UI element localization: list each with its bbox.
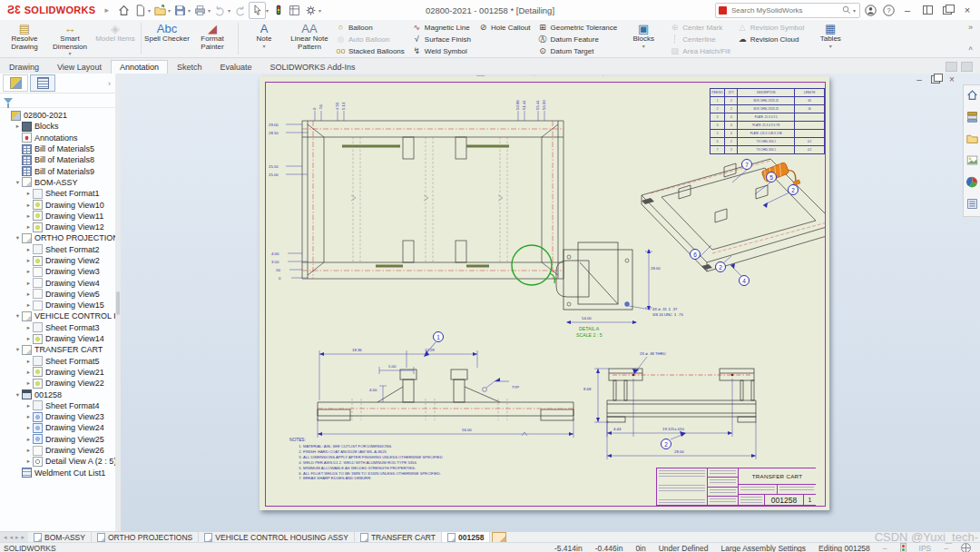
tab-solidworks-add-ins[interactable]: SOLIDWORKS Add-Ins <box>260 60 364 74</box>
tree-expand-icon[interactable]: ▾ <box>14 391 22 399</box>
tab-view-layout[interactable]: View Layout <box>48 60 111 74</box>
cut-list-row[interactable]: 62TS CHNL 3X4.14.2 <box>710 138 825 146</box>
notes-block[interactable]: NOTES: MATERIAL: A36, SEE CUTLIST FOR DI… <box>289 438 551 481</box>
divider-handle[interactable] <box>116 291 120 315</box>
minimize-button[interactable]: – <box>898 3 916 17</box>
open-dropdown-icon[interactable]: ▾ <box>168 7 171 14</box>
tree-item-sheet-format5[interactable]: ▸Sheet Format5 <box>0 356 115 367</box>
search-box[interactable]: ▾ <box>715 3 860 18</box>
linear-note-pattern-button[interactable]: AALinear Note Pattern <box>287 20 332 57</box>
tree-expand-icon[interactable]: ▾ <box>14 312 22 320</box>
tree-expand-icon[interactable]: ▸ <box>24 380 33 387</box>
dim-label[interactable]: 29.00 <box>269 123 279 127</box>
tree-item-weldment-cut-list1[interactable]: Weldment Cut List1 <box>0 468 115 478</box>
tree-expand-icon[interactable]: ▾ <box>14 234 22 242</box>
design-library-icon[interactable] <box>966 110 978 126</box>
property-manager-tab[interactable] <box>30 74 55 92</box>
tree-item-sheet-format2[interactable]: ▸Sheet Format2 <box>0 244 115 255</box>
cut-list-row[interactable]: 72TS CHNL 3X4.14.2 <box>710 146 825 154</box>
tab-annotation[interactable]: Annotation <box>111 60 168 74</box>
cut-list-row[interactable]: 22BOX CHNL 2X2X.2556 <box>710 105 825 113</box>
ribbon-collapse-icon[interactable]: ^ <box>968 45 972 54</box>
tab-sketch[interactable]: Sketch <box>168 60 211 74</box>
print-button[interactable] <box>192 3 208 18</box>
globe-icon[interactable] <box>961 543 971 552</box>
tree-item-bom-assy[interactable]: ▾BOM-ASSY <box>0 177 115 188</box>
dim-label-rotated[interactable]: 55.44 <box>536 100 541 110</box>
tree-filter-row[interactable] <box>0 94 115 108</box>
drawing-view-front[interactable] <box>318 342 573 438</box>
rebuild-status-icon[interactable] <box>900 543 906 552</box>
doc-restore-button[interactable] <box>927 74 944 85</box>
tree-expand-icon[interactable]: ▸ <box>24 291 33 298</box>
dim-label[interactable]: 25.00 <box>269 172 279 177</box>
dim-label[interactable]: 54.00 <box>582 316 592 320</box>
search-dropdown-icon[interactable]: ▾ <box>853 7 856 14</box>
dim-label[interactable]: 56.00 <box>462 428 472 432</box>
dim-label-rotated[interactable]: 0 <box>313 108 318 110</box>
dim-label[interactable]: 19.125±.010 <box>662 427 684 431</box>
dropdown-icon[interactable]: ▾ <box>68 51 71 56</box>
dim-label[interactable]: 4.44 <box>613 427 621 431</box>
tree-item-001258[interactable]: ▾001258 <box>0 389 115 399</box>
tree-item-drawing-view5[interactable]: ▸Drawing View5 <box>0 289 115 300</box>
file-explorer-icon[interactable] <box>966 132 978 148</box>
select-dropdown-icon[interactable]: ▾ <box>266 7 269 14</box>
tree-item-drawing-view22[interactable]: ▸Drawing View22 <box>0 378 115 389</box>
tree-item-ortho-projections[interactable]: ▾ORTHO PROJECTIONS <box>0 232 115 243</box>
tree-expand-icon[interactable]: ▸ <box>24 324 33 331</box>
tree-item-sheet-format3[interactable]: ▸Sheet Format3 <box>0 322 115 333</box>
dim-label[interactable]: 25.50 <box>269 164 279 169</box>
datum-target-button[interactable]: ⊙Datum Target <box>534 45 622 56</box>
drawing-view-side[interactable] <box>594 357 756 459</box>
tree-expand-icon[interactable]: ▸ <box>24 257 33 264</box>
tree-expand-icon[interactable]: ▸ <box>24 280 33 287</box>
dim-label-rotated[interactable]: 56.00 <box>543 100 547 110</box>
balloon-2[interactable]: 2 <box>788 184 799 195</box>
tree-item-annotations[interactable]: Annotations <box>0 133 115 143</box>
dim-label[interactable]: 17.29 <box>425 348 435 352</box>
balloon-button[interactable]: ○Balloon <box>332 22 408 33</box>
account-icon[interactable] <box>862 3 878 17</box>
dim-label-rotated[interactable]: 5.13 <box>342 103 347 110</box>
balloon-4[interactable]: 4 <box>739 275 750 286</box>
dim-label-rotated[interactable]: 50.88 <box>516 100 521 110</box>
tree-item-drawing-view23[interactable]: ▸Drawing View23 <box>0 411 115 422</box>
tree-expand-icon[interactable]: ▸ <box>24 358 33 365</box>
tree-expand-icon[interactable]: ▸ <box>24 301 33 309</box>
cut-list-row[interactable]: 54PLATE .125 X 1.88 X 2.88 <box>710 130 825 138</box>
tree-expand-icon[interactable]: ▸ <box>24 447 33 454</box>
dim-label[interactable]: 28.00 <box>674 449 684 454</box>
tree-expand-icon[interactable]: ▾ <box>14 346 22 353</box>
tree-item-drawing-view21[interactable]: ▸Drawing View21 <box>0 367 115 378</box>
revision-cloud-button[interactable]: ☁Revision Cloud <box>734 34 808 44</box>
balloon-5[interactable]: 5 <box>766 172 777 182</box>
doc-minimize-button[interactable]: – <box>911 74 927 85</box>
tree-item-blocks[interactable]: ▸Blocks <box>0 121 115 132</box>
tree-item-drawing-view11[interactable]: ▸Drawing View11 <box>0 211 115 222</box>
dim-label[interactable]: 4.00 <box>271 251 279 256</box>
tree-item-02800-2021[interactable]: 02800-2021 <box>0 110 115 121</box>
tree-expand-icon[interactable]: ▸ <box>24 335 33 342</box>
datum-feature-button[interactable]: ⒶDatum Feature <box>534 34 622 44</box>
drawing-sheet[interactable]: NOTES: MATERIAL: A36, SEE CUTLIST FOR DI… <box>260 76 829 510</box>
dropdown-icon[interactable]: ▾ <box>642 44 645 49</box>
customize-icon[interactable] <box>961 62 973 72</box>
tree-item-bill-of-materials5[interactable]: Bill of Materials5 <box>0 143 115 154</box>
tree-item-drawing-view24[interactable]: ▸Drawing View24 <box>0 422 115 433</box>
close-button[interactable]: × <box>958 3 976 17</box>
filter-icon[interactable] <box>4 98 13 104</box>
surface-finish-button[interactable]: √Surface Finish <box>408 34 475 44</box>
balloon-2[interactable]: 2 <box>661 439 671 449</box>
magnetic-line-button[interactable]: ∿Magnetic Line <box>408 22 475 33</box>
tab-evaluate[interactable]: Evaluate <box>211 60 260 74</box>
balloon-7[interactable]: 7 <box>741 159 752 170</box>
hole-callout[interactable]: 4X ⌀ .31 ↧ .37 3/8-16 UNC ↧ .75 <box>652 307 683 317</box>
tree-item-drawing-view4[interactable]: ▸Drawing View4 <box>0 277 115 288</box>
format-painter-button[interactable]: ◢Format Painter <box>190 20 235 57</box>
tree-item-drawing-view26[interactable]: ▸Drawing View26 <box>0 445 115 456</box>
drawing-view-detail-a[interactable] <box>556 242 652 324</box>
save-button[interactable] <box>172 3 188 18</box>
drawing-view-isometric[interactable] <box>642 159 825 276</box>
drawing-view-plan[interactable] <box>286 111 564 285</box>
